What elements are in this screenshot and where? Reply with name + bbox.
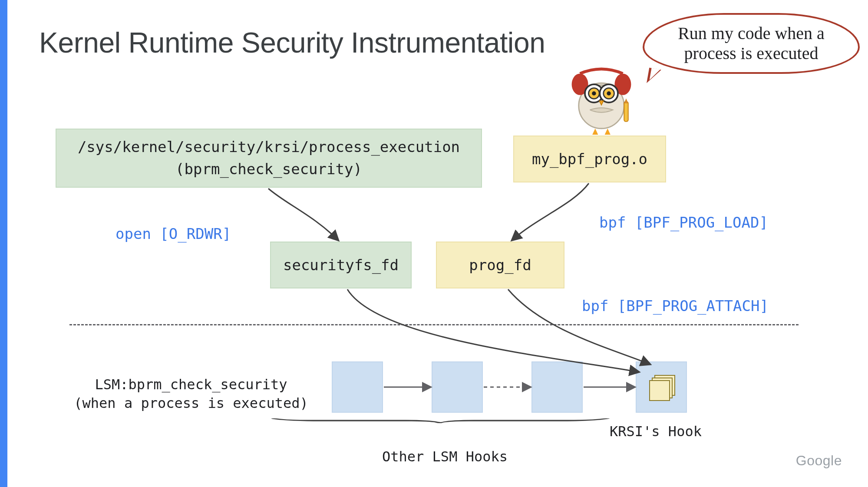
securityfs-fd-box: securityfs_fd (270, 242, 412, 288)
bpf-attach-label: bpf [BPF_PROG_ATTACH] (582, 297, 769, 315)
krsi-hook-box (636, 361, 687, 413)
dashed-separator (69, 324, 799, 325)
lsm-hook-box-3 (531, 361, 583, 413)
arrow-path-to-securityfs (268, 189, 338, 240)
securityfs-fd-label: securityfs_fd (283, 254, 399, 276)
securityfs-path-line1: /sys/kernel/security/krsi/process_execut… (78, 136, 460, 158)
lsm-hook-box-2 (432, 361, 483, 413)
accent-bar (0, 0, 7, 487)
speech-bubble: Run my code when a process is executed (643, 13, 860, 74)
arrow-bpf-to-progfd (512, 183, 589, 240)
speech-text: Run my code when a process is executed (659, 23, 843, 63)
svg-point-8 (607, 91, 611, 96)
other-lsm-hooks-label: Other LSM Hooks (382, 447, 508, 466)
securityfs-path-box: /sys/kernel/security/krsi/process_execut… (56, 129, 482, 188)
prog-fd-label: prog_fd (469, 254, 531, 276)
svg-point-7 (592, 91, 596, 96)
google-logo: Google (796, 453, 842, 469)
lsm-hook-box-1 (332, 361, 383, 413)
bpf-prog-box: my_bpf_prog.o (513, 136, 666, 182)
bpf-prog-label: my_bpf_prog.o (532, 148, 647, 170)
slide-title: Kernel Runtime Security Instrumentation (39, 26, 545, 59)
paper-stack-icon (649, 375, 673, 399)
svg-rect-9 (624, 102, 628, 122)
lsm-hook-line1: LSM:bprm_check_security (69, 375, 313, 394)
brace-icon: ︸ (261, 411, 651, 434)
securityfs-path-line2: (bprm_check_security) (175, 158, 362, 180)
bpf-load-label: bpf [BPF_PROG_LOAD] (599, 214, 768, 231)
owl-mascot-icon (560, 52, 643, 135)
lsm-hook-label: LSM:bprm_check_security (when a process … (69, 375, 313, 413)
prog-fd-box: prog_fd (436, 242, 564, 288)
open-call-label: open [O_RDWR] (116, 225, 231, 242)
